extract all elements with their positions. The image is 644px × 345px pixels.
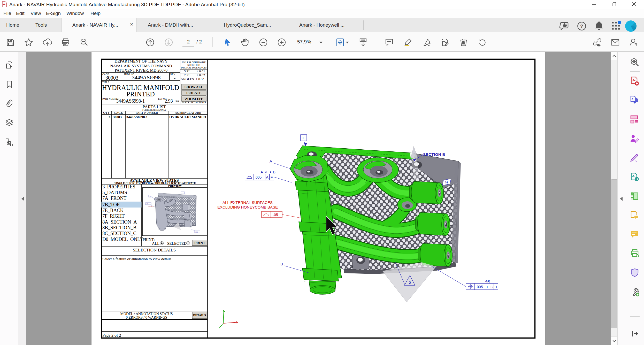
svg-text:0 ERRORS / 0 WARNINGS: 0 ERRORS / 0 WARNINGS <box>126 316 167 319</box>
svg-text:F: F <box>271 175 273 179</box>
svg-text:EXCLUDING HONEYCOMB BASE: EXCLUDING HONEYCOMB BASE <box>217 205 278 209</box>
svg-text:B: B <box>273 170 275 174</box>
svg-text:3449AS6998: 3449AS6998 <box>132 74 161 81</box>
svg-text:2.93: 2.93 <box>165 98 173 104</box>
svg-text:ALL EXTERNAL SURFACES: ALL EXTERNAL SURFACES <box>223 200 273 205</box>
svg-text:ALL: ALL <box>152 241 159 246</box>
svg-text:7F_RIGHT: 7F_RIGHT <box>102 213 125 219</box>
svg-text:ANGLES: ANGLES <box>181 77 194 81</box>
svg-text:7A_FRONT: 7A_FRONT <box>102 195 127 201</box>
svg-text:.05: .05 <box>146 203 148 205</box>
svg-text:8B_SECTION_B: 8B_SECTION_B <box>102 225 136 230</box>
svg-text:3_PROPERTIES: 3_PROPERTIES <box>102 184 135 189</box>
svg-text:Select a feature or annotation: Select a feature or annotation to view d… <box>102 257 172 261</box>
svg-text:.005: .005 <box>476 285 483 289</box>
svg-text:Page 2 of 2: Page 2 of 2 <box>102 333 121 338</box>
svg-text:QTY: QTY <box>103 111 110 114</box>
svg-text:A: A <box>270 159 272 163</box>
svg-text:2 PL: 2 PL <box>184 73 190 77</box>
svg-text:PREVIEW: PREVIEW <box>168 184 182 187</box>
svg-text:DETAILS: DETAILS <box>193 314 206 317</box>
svg-text:SELECTION DETAILS: SELECTION DETAILS <box>133 248 176 252</box>
svg-text:A: A <box>266 175 269 179</box>
svg-text:CAGE: CAGE <box>114 111 123 114</box>
svg-text:DECIMAL TOLERANCES: DECIMAL TOLERANCES <box>181 66 207 69</box>
svg-text:D0_MODEL_ONLY: D0_MODEL_ONLY <box>102 236 143 242</box>
svg-text:7B_TOP: 7B_TOP <box>102 202 119 207</box>
svg-text:PART NUMBER: PART NUMBER <box>136 111 158 114</box>
svg-text:F: F <box>302 136 305 140</box>
svg-text:X: X <box>108 115 111 119</box>
svg-text:ZOOM FIT: ZOOM FIT <box>185 97 203 101</box>
svg-text:.005: .005 <box>149 196 152 197</box>
svg-text:5_DATUMS: 5_DATUMS <box>102 190 127 195</box>
svg-text:4X: 4X <box>485 279 490 283</box>
svg-text:3449AS6998-1: 3449AS6998-1 <box>126 115 148 119</box>
svg-text:8A_SECTION_A: 8A_SECTION_A <box>102 219 137 225</box>
svg-text:LBS: LBS <box>175 100 179 103</box>
svg-text:G: G <box>490 285 493 289</box>
svg-text:A: A <box>260 170 263 174</box>
svg-text:PRINTED: PRINTED <box>126 90 155 98</box>
svg-text:8C_SECTION_C: 8C_SECTION_C <box>102 231 136 236</box>
svg-text:3449AS6998-1: 3449AS6998-1 <box>116 98 145 104</box>
svg-text:PRINT:: PRINT: <box>143 237 155 242</box>
svg-text:.05: .05 <box>273 213 278 217</box>
svg-text:PARTS LIST ACTIONS: PARTS LIST ACTIONS <box>182 101 206 104</box>
svg-text:7E_BACK: 7E_BACK <box>102 208 124 213</box>
svg-text:3 PL: 3 PL <box>184 69 190 73</box>
svg-text:NOMENCLATURE: NOMENCLATURE <box>175 111 201 114</box>
svg-text:± 0.02: ± 0.02 <box>196 73 205 77</box>
svg-text:.005: .005 <box>195 231 198 233</box>
svg-text:± 0.5°: ± 0.5° <box>196 77 204 81</box>
svg-text:F: F <box>487 285 489 289</box>
svg-text:PATUXENT RIVER, MD 20670: PATUXENT RIVER, MD 20670 <box>115 68 167 72</box>
svg-text:SELECTED: SELECTED <box>167 241 187 246</box>
svg-text:-: - <box>174 75 176 81</box>
svg-text:NAVAL AIR SYSTEMS COMMAND: NAVAL AIR SYSTEMS COMMAND <box>110 64 172 68</box>
svg-text:.005: .005 <box>255 175 262 179</box>
svg-text:2: 2 <box>409 280 411 285</box>
svg-text:ISOLATE: ISOLATE <box>186 91 201 95</box>
svg-text:HYDRAULIC MANIFO: HYDRAULIC MANIFO <box>169 115 206 119</box>
svg-text:30003: 30003 <box>113 115 122 119</box>
svg-text:± 0.01: ± 0.01 <box>196 69 205 73</box>
svg-text:'SINGLE CLICK' TO PREVIEW. 'DO: 'SINGLE CLICK' TO PREVIEW. 'DOUBLE CLICK… <box>114 182 196 185</box>
svg-text:SHOW ALL: SHOW ALL <box>185 85 203 89</box>
svg-text:H: H <box>494 285 497 289</box>
svg-text:30003: 30003 <box>105 75 118 81</box>
svg-text:SECTION B: SECTION B <box>423 152 445 157</box>
svg-text:PRINT: PRINT <box>194 241 205 245</box>
svg-text:ALL EXT: ALL EXT <box>148 205 154 207</box>
svg-text:DEPARTMENT OF THE NAVY: DEPARTMENT OF THE NAVY <box>114 59 168 63</box>
svg-text:MODEL / ANNOTATION STATUS: MODEL / ANNOTATION STATUS <box>120 312 173 316</box>
svg-text:?: ? <box>580 24 583 29</box>
svg-text:B: B <box>280 262 283 266</box>
